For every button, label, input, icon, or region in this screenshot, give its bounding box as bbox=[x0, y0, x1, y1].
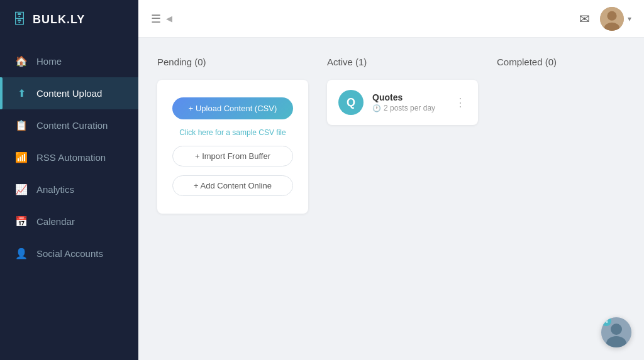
sidebar-item-calendar[interactable]: 📅 Calendar bbox=[0, 205, 138, 237]
svg-point-4 bbox=[611, 324, 622, 335]
header: ☰ ◀ ✉ ▾ bbox=[138, 0, 644, 38]
completed-column: Completed (0) bbox=[497, 57, 557, 70]
logo-text: BULK.LY bbox=[33, 13, 85, 26]
sidebar-item-content-curation[interactable]: 📋 Content Curation bbox=[0, 109, 138, 141]
sidebar-label-calendar: Calendar bbox=[36, 216, 75, 227]
main-area: ☰ ◀ ✉ ▾ Pending (0) bbox=[138, 0, 644, 360]
collapse-arrow: ◀ bbox=[166, 14, 172, 23]
clock-icon: 🕐 bbox=[372, 104, 381, 112]
sidebar-label-rss-automation: RSS Automation bbox=[36, 152, 106, 163]
avatar-image bbox=[600, 7, 624, 31]
import-buffer-button[interactable]: + Import From Buffer bbox=[172, 146, 293, 166]
sidebar-label-social-accounts: Social Accounts bbox=[36, 248, 103, 259]
queue-posts-per-day: 2 posts per day bbox=[384, 104, 435, 112]
user-avatar bbox=[600, 7, 624, 31]
sidebar-item-rss-automation[interactable]: 📶 RSS Automation bbox=[0, 141, 138, 173]
queue-name: Quotes bbox=[372, 92, 446, 102]
add-online-button[interactable]: + Add Content Online bbox=[172, 175, 293, 196]
nav-menu: 🏠 Home ⬆ Content Upload 📋 Content Curati… bbox=[0, 45, 138, 270]
sidebar-label-analytics: Analytics bbox=[36, 184, 74, 195]
avatar-chevron-icon: ▾ bbox=[628, 14, 631, 23]
user-avatar-wrapper[interactable]: ▾ bbox=[600, 7, 631, 31]
pending-column: Pending (0) + Upload Content (CSV) Click… bbox=[157, 57, 308, 214]
active-queue-card: Q Quotes 🕐 2 posts per day ⋮ bbox=[327, 80, 478, 125]
sidebar: 🗄 BULK.LY 🏠 Home ⬆ Content Upload 📋 Cont… bbox=[0, 0, 138, 360]
queue-info: Quotes 🕐 2 posts per day bbox=[372, 92, 446, 112]
support-chat-button[interactable]: 4 bbox=[601, 317, 631, 347]
svg-point-1 bbox=[607, 11, 616, 20]
mail-icon[interactable]: ✉ bbox=[579, 11, 590, 26]
logo-area[interactable]: 🗄 BULK.LY bbox=[0, 0, 138, 39]
active-title: Active (1) bbox=[327, 57, 478, 67]
header-right: ✉ ▾ bbox=[579, 7, 631, 31]
content-upload-icon: ⬆ bbox=[15, 87, 28, 99]
upload-csv-button[interactable]: + Upload Content (CSV) bbox=[172, 97, 293, 119]
sidebar-label-content-upload: Content Upload bbox=[36, 88, 102, 99]
sidebar-item-home[interactable]: 🏠 Home bbox=[0, 45, 138, 77]
sidebar-toggle[interactable]: ☰ ◀ bbox=[151, 12, 172, 26]
calendar-icon: 📅 bbox=[15, 215, 28, 227]
queue-meta: 🕐 2 posts per day bbox=[372, 104, 446, 112]
content-area: Pending (0) + Upload Content (CSV) Click… bbox=[138, 38, 644, 360]
queue-icon: Q bbox=[338, 90, 364, 115]
queue-more-options[interactable]: ⋮ bbox=[455, 97, 467, 108]
sidebar-label-content-curation: Content Curation bbox=[36, 120, 108, 131]
sidebar-item-analytics[interactable]: 📈 Analytics bbox=[0, 173, 138, 205]
hamburger-icon: ☰ bbox=[151, 12, 161, 26]
active-column: Active (1) Q Quotes 🕐 2 posts per day ⋮ bbox=[327, 57, 478, 125]
analytics-icon: 📈 bbox=[15, 183, 28, 195]
columns-container: Pending (0) + Upload Content (CSV) Click… bbox=[157, 57, 625, 214]
sidebar-item-social-accounts[interactable]: 👤 Social Accounts bbox=[0, 237, 138, 270]
content-curation-icon: 📋 bbox=[15, 119, 28, 131]
pending-card: + Upload Content (CSV) Click here for a … bbox=[157, 80, 308, 214]
sidebar-item-content-upload[interactable]: ⬆ Content Upload bbox=[0, 77, 138, 109]
completed-title: Completed (0) bbox=[497, 57, 557, 67]
home-icon: 🏠 bbox=[15, 55, 28, 67]
sidebar-label-home: Home bbox=[36, 56, 62, 67]
active-bar bbox=[0, 77, 3, 109]
social-accounts-icon: 👤 bbox=[15, 248, 28, 259]
logo-icon: 🗄 bbox=[13, 11, 26, 28]
pending-title: Pending (0) bbox=[157, 57, 308, 67]
rss-icon: 📶 bbox=[15, 151, 28, 163]
csv-sample-link[interactable]: Click here for a sample CSV file bbox=[179, 128, 286, 137]
